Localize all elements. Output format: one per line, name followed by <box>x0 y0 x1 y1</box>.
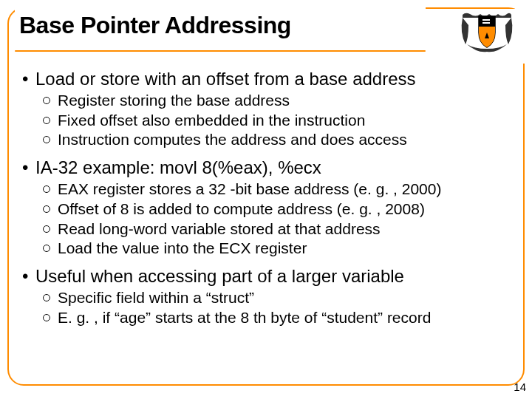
sub-bullet-text: Load the value into the ECX register <box>58 239 307 256</box>
title-container: Base Pointer Addressing <box>15 7 426 52</box>
bullet-level2: Fixed offset also embedded in the instru… <box>43 111 516 130</box>
sub-bullet-text: Instruction computes the address and doe… <box>58 131 407 148</box>
bullet-level2: Specific field within a “struct” <box>43 288 516 307</box>
sub-bullet-text: Register storing the base address <box>58 92 290 109</box>
bullet-level2: EAX register stores a 32 -bit base addre… <box>43 180 516 199</box>
title-underline <box>15 50 426 52</box>
sub-bullet-text: Read long-word variable stored at that a… <box>58 220 381 237</box>
slide-title: Base Pointer Addressing <box>19 12 423 39</box>
sub-bullet-group: Register storing the base address Fixed … <box>22 91 516 149</box>
page-number: 14 <box>514 381 526 393</box>
bullet-level2: Instruction computes the address and doe… <box>43 130 516 149</box>
bullet-level1: Load or store with an offset from a base… <box>22 68 516 89</box>
sub-bullet-text: E. g. , if “age” starts at the 8 th byte… <box>58 309 431 326</box>
bullet-level1: Useful when accessing part of a larger v… <box>22 265 516 287</box>
bullet-level2: Read long-word variable stored at that a… <box>43 219 516 239</box>
bullet-level2: Offset of 8 is added to compute address … <box>43 200 516 219</box>
sub-bullet-group: Specific field within a “struct” E. g. ,… <box>22 288 516 327</box>
bullet-text: Load or store with an offset from a base… <box>35 69 416 89</box>
svg-rect-1 <box>482 22 490 24</box>
bullet-level2: Load the value into the ECX register <box>43 239 516 258</box>
sub-bullet-text: Fixed offset also embedded in the instru… <box>58 112 365 129</box>
bullet-level2: E. g. , if “age” starts at the 8 th byte… <box>43 308 516 327</box>
bullet-level2: Register storing the base address <box>43 91 516 110</box>
sub-bullet-text: Offset of 8 is added to compute address … <box>58 200 425 217</box>
sub-bullet-group: EAX register stores a 32 -bit base addre… <box>22 180 516 257</box>
slide-frame: Base Pointer Addressing Load or store wi… <box>7 7 525 386</box>
bullet-level1: IA-32 example: movl 8(%eax), %ecx <box>22 157 516 178</box>
slide-content: Load or store with an offset from a base… <box>22 61 516 334</box>
svg-rect-0 <box>482 19 490 21</box>
princeton-shield-icon <box>446 9 528 64</box>
bullet-text: Useful when accessing part of a larger v… <box>35 266 404 286</box>
sub-bullet-text: EAX register stores a 32 -bit base addre… <box>58 180 441 197</box>
bullet-text: IA-32 example: movl 8(%eax), %ecx <box>35 157 321 177</box>
sub-bullet-text: Specific field within a “struct” <box>58 289 254 306</box>
